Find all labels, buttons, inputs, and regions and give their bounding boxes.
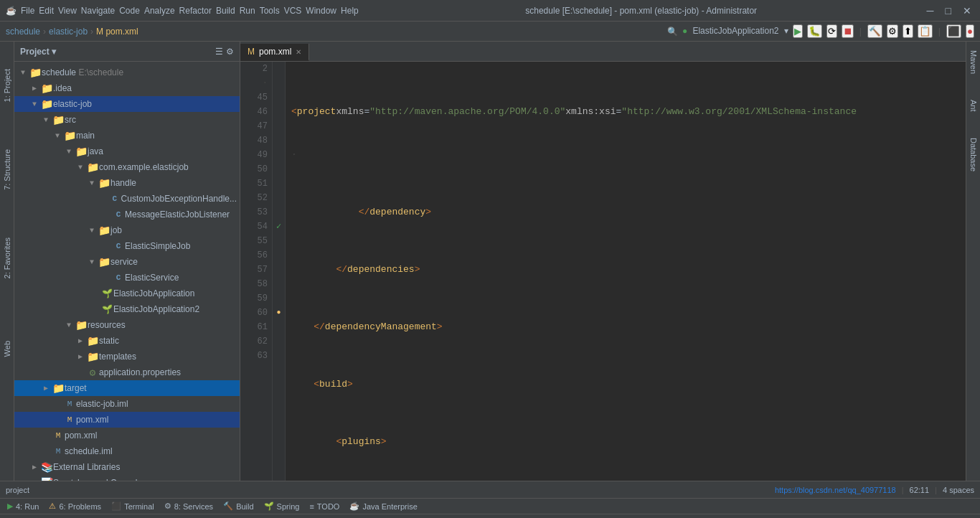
tab-database[interactable]: Database — [968, 132, 979, 177]
tree-item-src[interactable]: ▼ 📁 src — [14, 112, 240, 128]
tree-item-static[interactable]: ▶ 📁 static — [14, 333, 240, 349]
run-button[interactable]: ▶ — [793, 24, 803, 38]
arrow-target: ▶ — [40, 384, 52, 392]
pom-icon-root: M — [52, 431, 65, 440]
menu-tools[interactable]: Tools — [260, 6, 280, 16]
tree-item-resources[interactable]: ▼ 📁 resources — [14, 317, 240, 333]
tree-item-schedule[interactable]: ▼ 📁 schedule E:\schedule — [14, 65, 240, 80]
tree-item-elasticservice[interactable]: ▶ C ElasticService — [14, 270, 240, 286]
folder-icon-handle: 📁 — [98, 177, 110, 189]
menu-analyze[interactable]: Analyze — [144, 6, 175, 16]
tree-item-main[interactable]: ▼ 📁 main — [14, 128, 240, 143]
menu-build[interactable]: Build — [216, 6, 235, 16]
debug-button[interactable]: 🐛 — [807, 24, 822, 38]
menu-vcs[interactable]: VCS — [284, 6, 302, 16]
breadcrumb-pomxml[interactable]: M pom.xml — [96, 27, 138, 37]
coverage-button[interactable]: ⟳ — [826, 24, 837, 38]
tree-item-messagejob[interactable]: ▶ C MessageElasticJobListener — [14, 207, 240, 222]
bottom-tab-terminal[interactable]: ⬛ Terminal — [107, 499, 159, 514]
folder-icon-elasticjob: 📁 — [40, 98, 53, 110]
run-config-selector[interactable]: ● ElasticJobApplication2 ▾ — [682, 26, 788, 37]
arrow-static: ▶ — [75, 336, 86, 345]
build-button[interactable]: 🔨 — [867, 24, 882, 38]
bottom-tab-services[interactable]: ⚙ 8: Services — [160, 499, 217, 514]
menu-navigate[interactable]: Navigate — [81, 6, 115, 16]
tree-item-scheduleiml[interactable]: ▶ M schedule.iml — [14, 443, 240, 459]
settings-button[interactable]: ⚙ — [887, 24, 898, 38]
tree-item-idea[interactable]: ▶ 📁 .idea — [14, 80, 240, 96]
close-button[interactable]: ✕ — [960, 5, 974, 17]
tab-ant[interactable]: Ant — [968, 94, 979, 118]
tab-pomxml[interactable]: M pom.xml ✕ — [240, 44, 309, 61]
record-btn[interactable]: ● — [966, 24, 974, 38]
tab-project[interactable]: 1: Project — [1, 63, 13, 108]
bottom-tab-problems[interactable]: ⚠ 6: Problems — [44, 499, 105, 514]
menu-edit[interactable]: Edit — [39, 6, 54, 16]
sidebar-settings-icon[interactable]: ⚙ — [226, 47, 234, 57]
terminal-btn[interactable]: ⬛ — [946, 24, 961, 38]
menu-refactor[interactable]: Refactor — [179, 6, 212, 16]
folder-icon-templates: 📁 — [86, 351, 99, 363]
line-num-61: 61 — [240, 320, 268, 334]
bottom-tab-todo[interactable]: ≡ TODO — [305, 499, 344, 514]
tree-item-handle[interactable]: ▼ 📁 handle — [14, 175, 240, 191]
vcs-button[interactable]: 📋 — [918, 24, 933, 38]
stop-button[interactable]: ⏹ — [842, 24, 854, 38]
sidebar-controls: ☰ ⚙ — [215, 47, 234, 57]
editor-panel: M pom.xml ✕ 2 · 45 46 47 48 49 50 51 — [240, 42, 966, 481]
sidebar-gear-icon[interactable]: ☰ — [215, 47, 223, 57]
update-button[interactable]: ⬆ — [903, 24, 913, 38]
code-line-47: </dependencyManagement> — [291, 320, 960, 334]
todo-icon: ≡ — [309, 502, 314, 511]
tree-item-package[interactable]: ▼ 📁 com.example.elasticjob — [14, 159, 240, 175]
code-line-46: </dependencies> — [291, 263, 960, 277]
tree-item-app1[interactable]: ▶ 🌱 ElasticJobApplication — [14, 286, 240, 301]
code-line-2: <project xmlns="http://maven.apache.org/… — [291, 105, 960, 119]
tab-maven[interactable]: Maven — [968, 44, 979, 80]
menu-code[interactable]: Code — [119, 6, 140, 16]
folder-icon-idea: 📁 — [40, 83, 53, 95]
breadcrumb-elasticjob[interactable]: elastic-job — [49, 27, 88, 37]
breadcrumb-schedule[interactable]: schedule — [6, 27, 40, 37]
code-content[interactable]: <project xmlns="http://maven.apache.org/… — [286, 62, 966, 481]
line-num-47: 47 — [240, 119, 268, 133]
tree-item-target[interactable]: ▶ 📁 target — [14, 380, 240, 396]
breadcrumb-sep1: › — [43, 27, 46, 37]
menu-view[interactable]: View — [58, 6, 77, 16]
bottom-tab-build[interactable]: 🔨 Build — [219, 499, 258, 514]
minimize-button[interactable]: ─ — [924, 5, 937, 17]
tree-item-simplejob[interactable]: ▶ C ElasticSimpleJob — [14, 238, 240, 254]
menu-run[interactable]: Run — [240, 6, 255, 16]
tree-item-pom-root[interactable]: ▶ M pom.xml — [14, 428, 240, 443]
sidebar-header: Project ▾ ☰ ⚙ — [14, 42, 240, 62]
tree-item-elasticjob[interactable]: ▼ 📁 elastic-job — [14, 96, 240, 112]
bottom-tab-run[interactable]: ▶ 4: Run — [3, 499, 43, 514]
bottom-tab-spring[interactable]: 🌱 Spring — [260, 499, 304, 514]
tree-item-java[interactable]: ▼ 📁 java — [14, 143, 240, 159]
tab-structure[interactable]: 7: Structure — [1, 143, 13, 196]
tree-item-service[interactable]: ▼ 📁 service — [14, 254, 240, 270]
tree-item-extlibs[interactable]: ▶ 📚 External Libraries — [14, 459, 240, 475]
bottom-tab-javaent[interactable]: ☕ Java Enterprise — [345, 499, 421, 514]
menu-help[interactable]: Help — [341, 6, 359, 16]
menu-window[interactable]: Window — [306, 6, 336, 16]
tree-item-appprops[interactable]: ▶ ⚙ application.properties — [14, 364, 240, 380]
tree-item-pom-active[interactable]: ▶ M pom.xml — [14, 412, 240, 428]
editor-scroll-area[interactable]: 2 · 45 46 47 48 49 50 51 52 53 54 55 56 … — [240, 62, 966, 481]
tree-item-app2[interactable]: ▶ 🌱 ElasticJobApplication2 — [14, 301, 240, 317]
tree-item-scratches[interactable]: ▶ 📝 Scratches and Consoles — [14, 475, 240, 481]
arrow-elasticjob: ▼ — [29, 100, 40, 108]
tab-web[interactable]: Web — [1, 335, 13, 362]
tree-item-customjob[interactable]: ▶ C CustomJobExceptionHandle... — [14, 191, 240, 207]
line-num-52: 52 — [240, 191, 268, 205]
tab-close-pom[interactable]: ✕ — [296, 48, 301, 56]
maximize-button[interactable]: □ — [943, 5, 954, 17]
menu-file[interactable]: File — [21, 6, 34, 16]
tree-item-templates[interactable]: ▶ 📁 templates — [14, 349, 240, 364]
tab-favorites[interactable]: 2: Favorites — [1, 232, 13, 284]
arrow-schedule: ▼ — [17, 69, 29, 77]
tree-label-schedule: schedule E:\schedule — [42, 67, 123, 77]
line-num-57: 57 — [240, 263, 268, 277]
tree-item-elasticiml[interactable]: ▶ M elastic-job.iml — [14, 396, 240, 412]
tree-item-job[interactable]: ▼ 📁 job — [14, 222, 240, 238]
